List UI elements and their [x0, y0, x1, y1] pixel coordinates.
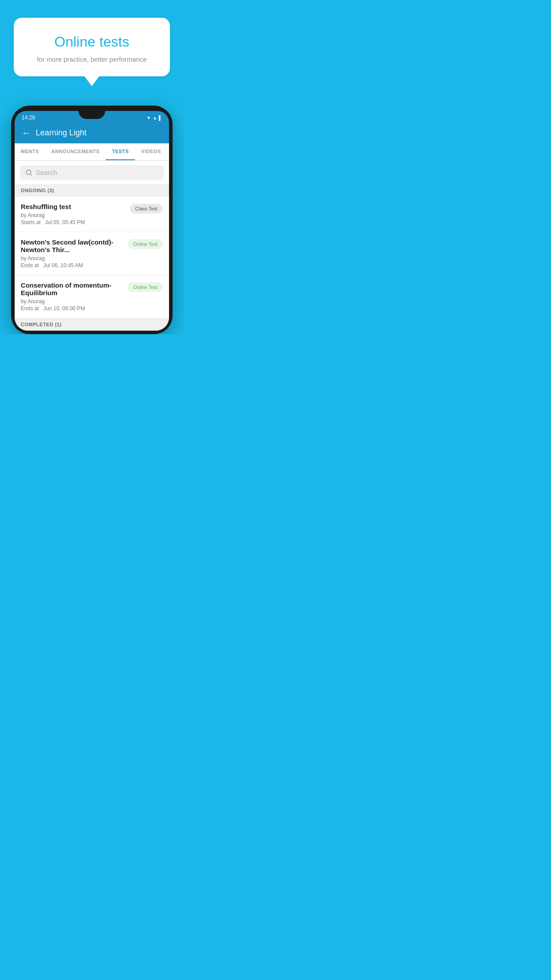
- signal-icon: ▲: [153, 115, 157, 120]
- tab-videos[interactable]: VIDEOS: [135, 143, 167, 160]
- tab-ments[interactable]: MENTS: [15, 143, 45, 160]
- bubble-title: Online tests: [31, 34, 152, 50]
- search-bar[interactable]: Search: [20, 165, 164, 180]
- test-badge-3: Online Test: [128, 282, 163, 292]
- test-author-1: by Anurag: [21, 212, 126, 218]
- battery-icon: ▌: [159, 115, 162, 120]
- test-badge-2: Online Test: [128, 239, 163, 249]
- test-title-1: Reshuffling test: [21, 203, 126, 210]
- bubble-subtitle: for more practice, better performance: [31, 55, 152, 63]
- test-info-1: Reshuffling test by Anurag Starts at Jul…: [21, 203, 126, 225]
- test-item-2[interactable]: Newton's Second law(contd)-Newton's Thir…: [15, 232, 169, 275]
- search-container: Search: [15, 161, 169, 184]
- test-info-2: Newton's Second law(contd)-Newton's Thir…: [21, 238, 123, 269]
- test-time-label-2: Ends at: [21, 262, 39, 269]
- test-time-label-3: Ends at: [21, 305, 39, 312]
- app-title: Learning Light: [36, 128, 87, 138]
- search-icon: [25, 169, 32, 176]
- search-placeholder: Search: [36, 169, 57, 176]
- test-time-label-1: Starts at: [21, 219, 41, 225]
- test-time-value-1: Jul 05, 05:45 PM: [45, 219, 85, 225]
- tab-announcements[interactable]: ANNOUNCEMENTS: [45, 143, 106, 160]
- test-title-3: Conservation of momentum-Equilibrium: [21, 281, 123, 296]
- test-time-2: Ends at Jul 06, 10:45 AM: [21, 262, 123, 269]
- tab-tests[interactable]: TESTS: [106, 143, 135, 160]
- status-time: 14:29: [22, 115, 35, 121]
- promo-bubble: Online tests for more practice, better p…: [14, 18, 170, 76]
- tabs-bar: MENTS ANNOUNCEMENTS TESTS VIDEOS: [15, 143, 169, 161]
- test-badge-1: Class Test: [130, 204, 163, 213]
- back-button[interactable]: ←: [22, 128, 31, 138]
- phone-notch: [79, 111, 105, 119]
- svg-line-1: [30, 174, 31, 175]
- test-time-value-2: Jul 06, 10:45 AM: [43, 262, 83, 269]
- test-time-1: Starts at Jul 05, 05:45 PM: [21, 219, 126, 225]
- phone-frame: 14:29 ▼ ▲ ▌ ← Learning Light MENTS ANNOU…: [11, 106, 173, 334]
- test-item-1[interactable]: Reshuffling test by Anurag Starts at Jul…: [15, 197, 169, 232]
- test-time-value-3: Jun 10, 06:00 PM: [43, 305, 85, 312]
- completed-section-header: COMPLETED (1): [15, 318, 169, 331]
- app-header: ← Learning Light: [15, 122, 169, 143]
- wifi-icon: ▼: [146, 115, 151, 120]
- ongoing-section-header: ONGOING (3): [15, 184, 169, 197]
- status-bar: 14:29 ▼ ▲ ▌: [15, 111, 169, 122]
- test-item-3[interactable]: Conservation of momentum-Equilibrium by …: [15, 275, 169, 318]
- test-time-3: Ends at Jun 10, 06:00 PM: [21, 305, 123, 312]
- status-icons: ▼ ▲ ▌: [146, 115, 162, 120]
- test-title-2: Newton's Second law(contd)-Newton's Thir…: [21, 238, 123, 253]
- phone-screen: ← Learning Light MENTS ANNOUNCEMENTS TES…: [15, 122, 169, 331]
- test-author-2: by Anurag: [21, 255, 123, 261]
- test-author-3: by Anurag: [21, 298, 123, 304]
- test-info-3: Conservation of momentum-Equilibrium by …: [21, 281, 123, 312]
